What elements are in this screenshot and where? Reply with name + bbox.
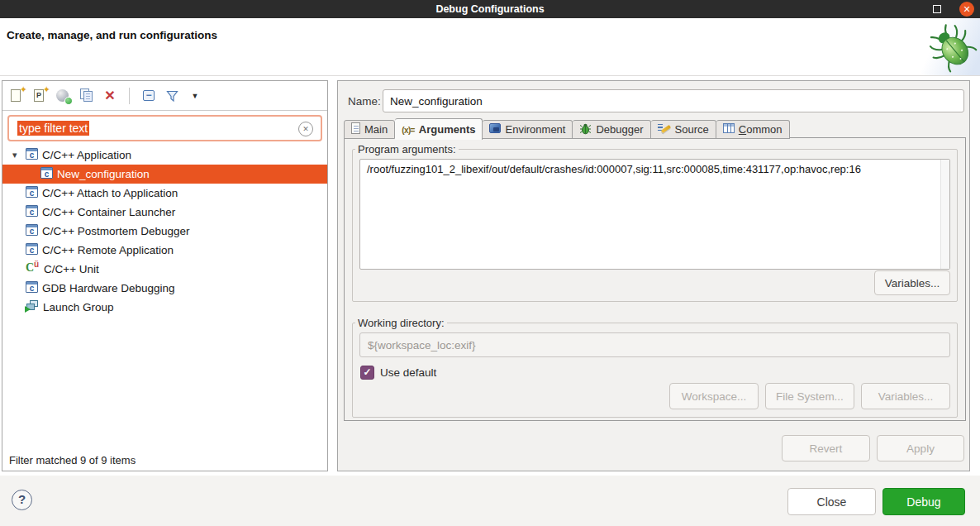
maximize-button[interactable] [933,5,941,13]
tab-label: Environment [505,123,565,136]
file-system-button[interactable]: File System... [765,383,854,409]
export-configurations-icon[interactable] [55,88,72,104]
collapse-all-icon[interactable] [140,88,157,104]
tab-environment[interactable]: Environment [483,120,573,139]
environment-tab-icon [489,123,501,136]
tree-item-label: New_configuration [57,168,150,180]
source-tab-icon [658,122,671,137]
tab-label: Main [364,123,388,136]
help-button[interactable]: ? [12,490,32,510]
c-application-icon [40,167,53,181]
tree-item-new-configuration[interactable]: New_configuration [2,165,327,184]
name-input[interactable] [383,89,964,112]
duplicate-configuration-icon[interactable] [78,88,95,104]
debugger-tab-icon [579,122,592,137]
configurations-toolbar [2,81,327,111]
c-application-icon [26,243,38,257]
c-unit-icon [26,262,40,277]
clear-filter-icon[interactable] [298,122,313,136]
tree-item-c-c-postmortem-debugger[interactable]: C/C++ Postmortem Debugger [2,222,327,241]
use-default-label: Use default [380,366,436,379]
debug-bug-icon [926,22,978,73]
tree-item-label: C/C++ Remote Application [42,244,174,256]
tree-item-label: C/C++ Postmortem Debugger [42,225,190,237]
tree-item-label: C/C++ Container Launcher [42,206,175,218]
configurations-tree: C/C++ ApplicationNew_configurationC/C++ … [2,146,327,317]
tree-item-gdb-hardware-debugging[interactable]: GDB Hardware Debugging [2,279,327,298]
tree-item-c-c-remote-application[interactable]: C/C++ Remote Application [2,241,327,260]
working-directory-group: Working directory: Use default Workspace… [352,317,958,418]
variables-button[interactable]: Variables... [861,383,950,409]
c-application-icon [26,186,38,200]
arguments-tab-icon [402,123,415,136]
program-arguments-label: Program arguments: [355,143,459,155]
delete-configuration-icon[interactable] [102,88,118,104]
tab-bar: MainArgumentsEnvironmentDebuggerSourceCo… [344,118,790,139]
tree-item-label: GDB Hardware Debugging [42,282,175,294]
tree-item-c-c-container-launcher[interactable]: C/C++ Container Launcher [2,203,327,222]
use-default-row: Use default [360,366,436,380]
c-application-icon [26,205,38,219]
dialog-footer: ? Close Debug [0,476,980,526]
tree-item-c-c-attach-to-application[interactable]: C/C++ Attach to Application [2,184,327,203]
tree-item-c-c-unit[interactable]: C/C++ Unit [2,260,327,279]
tab-label: Common [739,123,783,136]
c-application-icon [26,148,38,162]
launch-group-icon [26,300,39,315]
main-tab-icon [351,122,360,136]
workspace-button[interactable]: Workspace... [669,383,759,409]
tree-item-launch-group[interactable]: Launch Group [2,298,327,317]
titlebar: Debug Configurations [0,0,980,18]
dialog-subtitle: Create, manage, and run configurations [7,29,217,41]
working-directory-input[interactable] [359,332,950,357]
close-window-button[interactable] [959,2,974,17]
tab-source[interactable]: Source [651,120,716,139]
tab-common[interactable]: Common [716,120,790,139]
tree-item-label: Launch Group [43,301,114,313]
c-application-icon [26,224,38,238]
tab-debugger[interactable]: Debugger [573,120,650,139]
filter-icon[interactable] [164,88,180,104]
filter-status: Filter matched 9 of 9 items [9,454,136,466]
tab-label: Debugger [596,123,643,136]
tree-item-label: C/C++ Unit [44,263,99,275]
toolbar-separator [129,88,130,104]
use-default-checkbox[interactable] [360,366,374,380]
revert-button[interactable]: Revert [782,435,870,461]
tab-label: Arguments [419,123,476,136]
tab-main[interactable]: Main [344,120,395,139]
menu-dropdown-icon[interactable] [187,88,203,104]
tree-item-label: C/C++ Application [42,149,131,161]
working-directory-label: Working directory: [355,317,447,329]
tab-arguments[interactable]: Arguments [395,118,483,140]
window-title: Debug Configurations [435,3,544,15]
common-tab-icon [723,123,735,136]
working-directory-buttons: Workspace...File System...Variables... [669,383,950,409]
debug-button[interactable]: Debug [882,488,965,515]
configuration-detail-panel: Name: MainArgumentsEnvironmentDebuggerSo… [337,80,970,471]
new-configuration-icon[interactable] [9,88,26,104]
filter-input-text: type filter text [17,121,89,136]
apply-button[interactable]: Apply [877,435,964,461]
close-button[interactable]: Close [787,488,876,515]
program-arguments-input[interactable]: /root/fuzzing101_2_libexif/out/default/c… [359,159,950,270]
tab-content: Program arguments: /root/fuzzing101_2_li… [344,137,966,421]
program-arguments-group: Program arguments: /root/fuzzing101_2_li… [352,143,958,302]
tree-item-label: C/C++ Attach to Application [42,187,178,199]
new-prototype-icon[interactable] [32,88,49,104]
filter-input[interactable]: type filter text [7,115,322,141]
dialog-header: Create, manage, and run configurations [0,18,980,76]
arguments-variables-button[interactable]: Variables... [874,270,950,295]
configurations-panel: type filter text C/C++ ApplicationNew_co… [2,80,328,471]
tree-expander-icon[interactable] [12,150,26,160]
tree-item-c-c-application[interactable]: C/C++ Application [2,146,327,165]
tab-label: Source [675,123,709,136]
c-application-icon [26,281,38,295]
name-label: Name: [348,95,381,108]
